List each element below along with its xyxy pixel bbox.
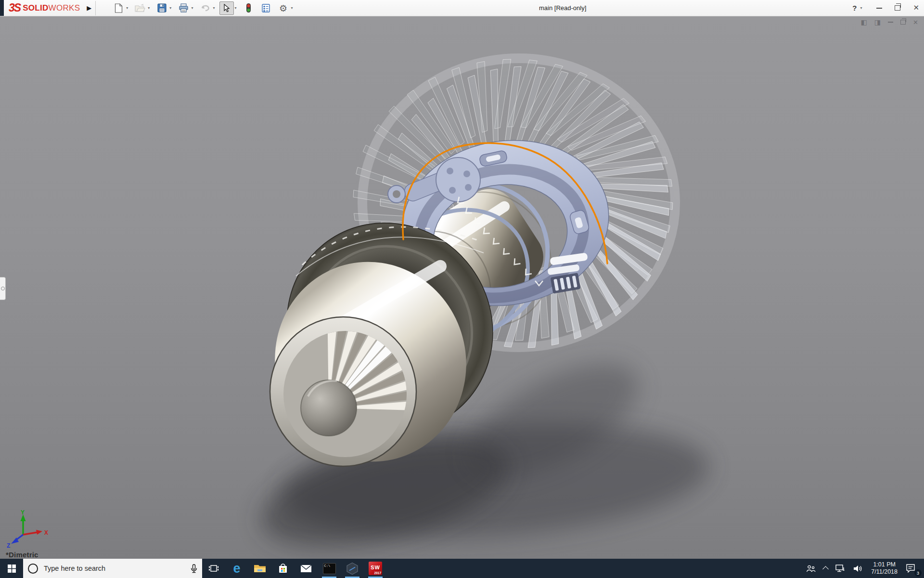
doc-restore-icon — [902, 18, 906, 22]
notification-badge: 3 — [914, 569, 922, 577]
triad-z-axis: Z — [7, 535, 23, 548]
open-dropdown-caret[interactable]: ▾ — [147, 6, 152, 10]
tray-date: 7/11/2018 — [871, 568, 898, 576]
taskbar-app-file-explorer[interactable] — [248, 559, 271, 578]
command-prompt-icon: C:\ — [323, 563, 336, 574]
new-dropdown-caret[interactable]: ▾ — [126, 6, 130, 10]
svg-text:Z: Z — [7, 542, 10, 548]
quick-access-toolbar: ▾ ▾ ▾ — [111, 1, 297, 15]
doc-close-button[interactable]: ✕ — [913, 19, 918, 26]
engine-model[interactable] — [0, 16, 924, 559]
pane-toggle-left-icon[interactable]: ◧ — [861, 19, 867, 26]
store-icon — [278, 563, 288, 574]
taskbar-app-store[interactable] — [271, 559, 295, 578]
gear-icon: ⚙ — [279, 3, 287, 13]
action-center-icon — [906, 564, 915, 573]
brand-strip — [0, 0, 4, 16]
mail-icon — [300, 565, 312, 573]
brand-name-light: WORKS — [49, 3, 80, 13]
action-center-button[interactable]: 3 — [902, 559, 922, 578]
new-document-icon — [115, 3, 123, 13]
print-dropdown-caret[interactable]: ▾ — [191, 6, 195, 10]
solidworks-logo: 3S SOLID WORKS — [4, 0, 84, 16]
taskbar-app-mail[interactable] — [295, 559, 318, 578]
taskbar-app-edge[interactable]: e — [225, 559, 248, 578]
help-button[interactable]: ? — [852, 4, 857, 12]
restore-button[interactable] — [895, 5, 900, 11]
chevron-up-icon — [822, 566, 829, 572]
document-title: main [Read-only] — [539, 0, 586, 16]
svg-text:X: X — [44, 529, 48, 536]
restore-icon — [896, 3, 901, 8]
app-titlebar: 3S SOLID WORKS ▶ ▾ ▾ — [0, 0, 924, 16]
select-cursor-icon — [223, 4, 230, 13]
options-button[interactable]: ⚙ — [276, 1, 290, 15]
new-document-button[interactable] — [111, 1, 126, 15]
system-tray: 1:01 PM 7/11/2018 3 — [802, 559, 924, 578]
taskbar: e C:\ SW — [0, 559, 924, 578]
undo-dropdown-caret[interactable]: ▾ — [212, 6, 217, 10]
taskbar-app-command-prompt[interactable]: C:\ — [318, 559, 341, 578]
save-button[interactable] — [154, 1, 169, 15]
save-dropdown-caret[interactable]: ▾ — [169, 6, 173, 10]
file-properties-icon — [262, 4, 270, 13]
clock-tray-button[interactable]: 1:01 PM 7/11/2018 — [867, 559, 902, 578]
select-dropdown-caret[interactable]: ▾ — [234, 6, 238, 10]
print-button[interactable] — [176, 1, 191, 15]
toolbar-separator — [95, 1, 96, 15]
brand-name-bold: SOLID — [23, 3, 48, 13]
people-tray-button[interactable] — [802, 559, 820, 578]
doc-restore-button[interactable] — [900, 20, 906, 25]
triad-x-axis: X — [23, 529, 48, 536]
search-input[interactable] — [43, 564, 186, 573]
rebuild-traffic-light-icon — [246, 3, 251, 13]
taskbar-search[interactable] — [23, 559, 202, 578]
pane-toggle-right-icon[interactable]: ◨ — [874, 19, 881, 26]
undo-button[interactable] — [198, 1, 212, 15]
windows-logo-icon — [8, 565, 16, 573]
tray-time: 1:01 PM — [873, 561, 896, 568]
solidworks-2017-icon: SW 2017 — [369, 562, 382, 575]
start-button[interactable] — [0, 559, 23, 578]
microphone-icon[interactable] — [191, 564, 197, 573]
doc-minimize-button[interactable] — [888, 22, 893, 23]
undo-arrow-icon — [200, 4, 210, 12]
feature-tree-collapsed-tab[interactable] — [0, 277, 6, 300]
tray-overflow-button[interactable] — [820, 559, 832, 578]
document-window-controls: ◧ ◨ ✕ — [861, 19, 918, 26]
close-button[interactable]: ✕ — [913, 4, 919, 12]
taskbar-app-solidworks[interactable]: SW 2017 — [364, 559, 387, 578]
people-icon — [806, 565, 816, 572]
save-floppy-icon — [157, 3, 167, 13]
file-properties-button[interactable] — [258, 1, 273, 15]
open-button[interactable] — [133, 1, 147, 15]
engine-hub[interactable] — [301, 380, 357, 436]
help-dropdown-caret[interactable]: ▾ — [860, 6, 864, 10]
view-orientation-label: *Dimetric — [6, 551, 38, 559]
task-view-icon — [208, 565, 219, 572]
network-icon — [835, 565, 846, 572]
task-view-button[interactable] — [202, 559, 225, 578]
volume-tray-button[interactable] — [849, 559, 867, 578]
orientation-triad: Y X Z — [6, 510, 52, 548]
menu-flyout-arrow[interactable]: ▶ — [84, 4, 94, 12]
taskbar-app-hexagon[interactable] — [341, 559, 364, 578]
select-tool-button[interactable] — [219, 1, 234, 15]
svg-text:Y: Y — [21, 510, 25, 516]
network-tray-button[interactable] — [832, 559, 849, 578]
minimize-button[interactable] — [876, 8, 882, 9]
speaker-icon — [853, 565, 863, 572]
ds-logo-mark-icon: 3S — [9, 1, 20, 14]
graphics-viewport[interactable]: ◧ ◨ ✕ Y X Z *Dimetric — [0, 16, 924, 559]
open-folder-icon — [135, 4, 145, 13]
window-controls: ? ▾ ✕ — [852, 0, 919, 16]
options-dropdown-caret[interactable]: ▾ — [290, 6, 295, 10]
print-icon — [179, 3, 189, 13]
pin-icon — [1, 287, 5, 290]
edge-icon: e — [233, 562, 240, 575]
cortana-search-icon — [28, 564, 38, 574]
triad-y-axis: Y — [21, 510, 26, 535]
hexagon-app-icon — [346, 562, 359, 575]
file-explorer-icon — [254, 564, 266, 573]
rebuild-button[interactable] — [241, 1, 256, 15]
